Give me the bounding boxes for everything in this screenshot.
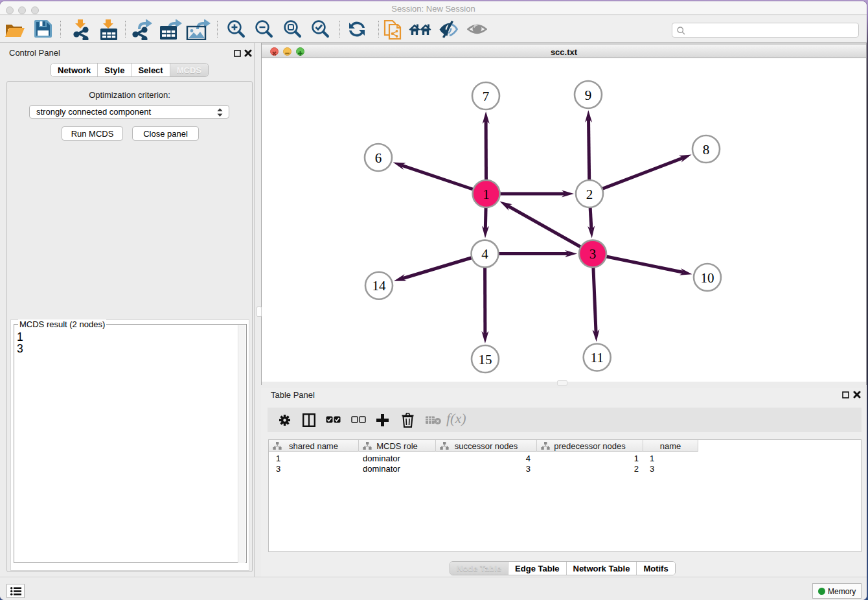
svg-text:15: 15 [479,352,492,367]
svg-text:4: 4 [481,246,488,262]
svg-text:2: 2 [586,187,593,202]
svg-text:6: 6 [375,150,382,166]
svg-text:10: 10 [701,270,714,286]
svg-text:14: 14 [372,278,387,294]
svg-text:3: 3 [589,246,597,262]
svg-text:8: 8 [703,142,710,157]
svg-text:7: 7 [483,89,490,104]
svg-text:1: 1 [483,187,490,202]
svg-text:11: 11 [591,350,604,365]
svg-text:9: 9 [585,87,592,103]
